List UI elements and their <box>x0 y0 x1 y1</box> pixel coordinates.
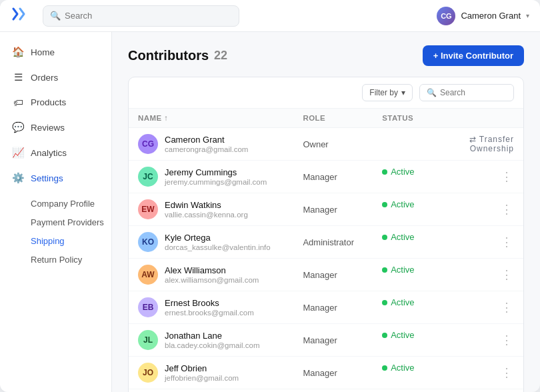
user-name: Edwin Watkins <box>165 200 248 210</box>
contributors-table: NAME ↑ ROLE STATUS CG Cameron Grant came… <box>129 109 523 392</box>
filter-button[interactable]: Filter by ▾ <box>362 84 413 101</box>
avatar: CG <box>437 7 455 25</box>
user-cell: KO Kyle Ortega dorcas_kassulke@valentin.… <box>138 232 284 252</box>
row-actions-menu[interactable]: ⋮ <box>459 161 523 193</box>
row-actions-menu[interactable]: ⋮ <box>459 324 523 357</box>
avatar: EW <box>138 199 158 219</box>
sidebar-sub-payment-providers[interactable]: Payment Providers <box>31 213 111 231</box>
user-email: camerongra@gmail.com <box>165 145 248 153</box>
analytics-icon: 📈 <box>12 147 24 159</box>
status-dot <box>382 235 387 240</box>
status-badge: Active <box>391 232 414 242</box>
sidebar-item-analytics[interactable]: 📈 Analytics <box>0 141 111 165</box>
avatar: JO <box>138 363 158 383</box>
sidebar-sub-menu: Company Profile Payment Providers Shippi… <box>0 191 111 272</box>
user-cell: EW Edwin Watkins vallie.cassin@kenna.org <box>138 199 284 219</box>
user-email: ernest.brooks@gmail.com <box>165 309 254 317</box>
status-cell: Active <box>373 291 459 313</box>
search-input[interactable] <box>65 11 232 21</box>
topbar: 🔍 CG Cameron Grant ▾ <box>0 0 540 32</box>
user-name: Kyle Ortega <box>165 233 271 243</box>
status-cell <box>373 128 459 140</box>
col-header-name: NAME ↑ <box>129 109 293 128</box>
row-actions-menu[interactable]: ⋮ <box>459 193 523 226</box>
sidebar-sub-company-profile[interactable]: Company Profile <box>31 195 111 213</box>
table-row: CG Cameron Grant camerongra@gmail.com Ow… <box>129 128 523 161</box>
chevron-down-icon: ▾ <box>401 88 405 97</box>
more-options-icon[interactable]: ⋮ <box>501 235 514 249</box>
more-options-icon[interactable]: ⋮ <box>501 333 514 347</box>
sidebar-sub-shipping[interactable]: Shipping <box>31 232 111 250</box>
col-header-role: ROLE <box>293 109 373 128</box>
sidebar-item-label: Orders <box>31 73 58 83</box>
filter-label: Filter by <box>369 88 398 97</box>
status-cell: Active <box>373 226 459 248</box>
user-cell: EB Ernest Brooks ernest.brooks@gmail.com <box>138 297 284 317</box>
avatar: CG <box>138 134 158 154</box>
col-header-actions <box>459 109 523 128</box>
table-row: EB Ernest Brooks ernest.brooks@gmail.com… <box>129 291 523 324</box>
sidebar-item-orders[interactable]: ☰ Orders <box>0 65 111 89</box>
status-badge: Active <box>391 330 414 340</box>
app-logo <box>11 6 29 26</box>
status-dot <box>382 202 387 207</box>
contributors-table-container: Filter by ▾ 🔍 NAME ↑ ROLE <box>128 77 524 392</box>
username: Cameron Grant <box>461 11 521 21</box>
user-name: Jeremy Cummings <box>165 167 267 177</box>
sidebar-item-products[interactable]: 🏷 Products <box>0 91 111 114</box>
row-actions-menu[interactable]: ⋮ <box>459 357 523 389</box>
table-row: EW Edwin Watkins vallie.cassin@kenna.org… <box>129 193 523 226</box>
products-icon: 🏷 <box>12 97 24 108</box>
avatar: AW <box>138 265 158 285</box>
sidebar-item-home[interactable]: 🏠 Home <box>0 40 111 64</box>
row-actions-menu[interactable]: ⋮ <box>459 389 523 393</box>
user-cell: AW Alex Williamson alex.williamson@gmail… <box>138 265 284 285</box>
invite-contributor-button[interactable]: + Invite Contributor <box>423 45 524 66</box>
more-options-icon[interactable]: ⋮ <box>501 301 514 314</box>
status-badge: Active <box>391 297 414 307</box>
col-header-status: STATUS <box>373 109 459 128</box>
settings-icon: ⚙️ <box>12 172 24 184</box>
global-search[interactable]: 🔍 <box>43 5 239 27</box>
role-cell: Manager <box>293 357 373 389</box>
more-options-icon[interactable]: ⋮ <box>501 203 514 216</box>
status-cell: Active <box>373 161 459 183</box>
user-email: jeremy.cummings@gmail.com <box>165 178 267 186</box>
app-container: 🔍 CG Cameron Grant ▾ 🏠 Home ☰ Orders 🏷 P… <box>0 0 540 392</box>
role-cell: Manager <box>293 161 373 193</box>
sidebar-item-label: Analytics <box>31 148 67 158</box>
user-name: Ernest Brooks <box>165 298 254 308</box>
sidebar-item-settings[interactable]: ⚙️ Settings <box>0 166 111 190</box>
table-search-input[interactable] <box>440 88 507 97</box>
user-email: alex.williamson@gmail.com <box>165 276 259 284</box>
transfer-ownership-link[interactable]: ⇄ Transfer Ownership <box>469 135 514 153</box>
sidebar-item-label: Settings <box>31 173 63 183</box>
page-title: Contributors 22 <box>128 48 227 63</box>
role-cell: Owner <box>293 128 373 161</box>
avatar: JC <box>138 167 158 187</box>
user-menu[interactable]: CG Cameron Grant ▾ <box>437 7 529 25</box>
status-dot <box>382 169 387 175</box>
more-options-icon[interactable]: ⋮ <box>501 170 514 183</box>
status-badge: Active <box>391 363 414 373</box>
row-actions-menu[interactable]: ⋮ <box>459 226 523 259</box>
role-cell: Manager <box>293 259 373 291</box>
user-cell: JL Jonathan Lane bla.cadey.cokin@gmail.c… <box>138 330 284 350</box>
role-cell: Manager <box>293 291 373 324</box>
table-search[interactable]: 🔍 <box>419 84 514 101</box>
more-options-icon[interactable]: ⋮ <box>501 268 514 281</box>
sidebar-item-reviews[interactable]: 💬 Reviews <box>0 115 111 139</box>
row-actions-menu[interactable]: ⋮ <box>459 291 523 324</box>
avatar: KO <box>138 232 158 252</box>
user-email: bla.cadey.cokin@gmail.com <box>165 341 260 349</box>
sidebar: 🏠 Home ☰ Orders 🏷 Products 💬 Reviews 📈 A… <box>0 32 112 392</box>
table-row: JL Jonathan Lane bla.cadey.cokin@gmail.c… <box>129 324 523 357</box>
content-area: Contributors 22 + Invite Contributor Fil… <box>112 32 540 392</box>
reviews-icon: 💬 <box>12 121 24 133</box>
sidebar-sub-return-policy[interactable]: Return Policy <box>31 251 111 269</box>
role-cell: Manager <box>293 389 373 393</box>
row-actions-menu[interactable]: ⋮ <box>459 259 523 291</box>
status-cell: Active <box>373 324 459 346</box>
more-options-icon[interactable]: ⋮ <box>501 366 514 379</box>
status-cell: Active <box>373 259 459 281</box>
